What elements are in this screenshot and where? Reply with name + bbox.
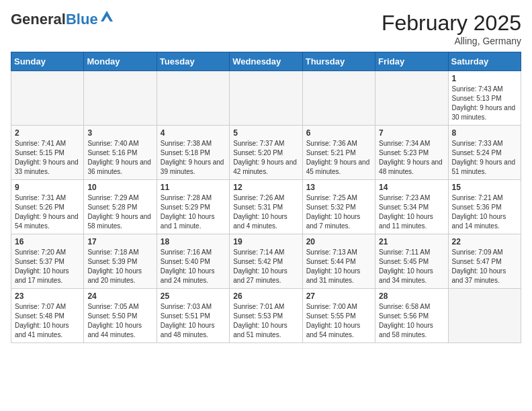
calendar-cell: 14Sunrise: 7:23 AM Sunset: 5:34 PM Dayli…	[375, 180, 448, 234]
day-info: Sunrise: 7:36 AM Sunset: 5:21 PM Dayligh…	[306, 139, 371, 177]
calendar-cell: 22Sunrise: 7:09 AM Sunset: 5:47 PM Dayli…	[448, 234, 521, 289]
day-info: Sunrise: 6:58 AM Sunset: 5:56 PM Dayligh…	[379, 302, 444, 340]
day-number: 13	[306, 183, 371, 192]
col-saturday: Saturday	[448, 52, 521, 71]
calendar-cell: 16Sunrise: 7:20 AM Sunset: 5:37 PM Dayli…	[11, 234, 84, 289]
day-info: Sunrise: 7:05 AM Sunset: 5:50 PM Dayligh…	[87, 302, 152, 340]
calendar-cell	[84, 71, 157, 126]
calendar-cell: 26Sunrise: 7:01 AM Sunset: 5:53 PM Dayli…	[230, 289, 302, 343]
day-info: Sunrise: 7:18 AM Sunset: 5:39 PM Dayligh…	[87, 248, 152, 285]
day-number: 11	[161, 183, 226, 192]
calendar-cell: 25Sunrise: 7:03 AM Sunset: 5:51 PM Dayli…	[157, 289, 229, 343]
title-block: February 2025 Alling, Germany	[382, 11, 521, 46]
calendar-cell: 18Sunrise: 7:16 AM Sunset: 5:40 PM Dayli…	[157, 234, 229, 289]
day-info: Sunrise: 7:34 AM Sunset: 5:23 PM Dayligh…	[379, 139, 444, 177]
col-friday: Friday	[375, 52, 448, 71]
day-number: 1	[452, 74, 517, 83]
day-number: 27	[306, 291, 371, 301]
day-number: 5	[233, 128, 298, 138]
calendar-cell: 5Sunrise: 7:37 AM Sunset: 5:20 PM Daylig…	[230, 126, 302, 180]
day-info: Sunrise: 7:40 AM Sunset: 5:16 PM Dayligh…	[87, 139, 152, 177]
calendar-cell	[11, 71, 84, 126]
day-number: 10	[87, 183, 152, 192]
day-number: 6	[306, 128, 371, 138]
day-number: 18	[161, 237, 226, 246]
calendar-cell: 4Sunrise: 7:38 AM Sunset: 5:18 PM Daylig…	[157, 126, 229, 180]
day-info: Sunrise: 7:29 AM Sunset: 5:28 PM Dayligh…	[87, 193, 152, 231]
day-number: 19	[233, 237, 298, 246]
calendar-cell: 6Sunrise: 7:36 AM Sunset: 5:21 PM Daylig…	[302, 126, 375, 180]
logo: General Blue	[11, 11, 114, 28]
day-info: Sunrise: 7:41 AM Sunset: 5:15 PM Dayligh…	[15, 139, 80, 177]
calendar-cell	[375, 71, 448, 126]
day-info: Sunrise: 7:20 AM Sunset: 5:37 PM Dayligh…	[15, 248, 80, 285]
day-number: 4	[161, 128, 226, 138]
day-number: 26	[233, 291, 298, 301]
day-info: Sunrise: 7:25 AM Sunset: 5:32 PM Dayligh…	[306, 193, 371, 231]
calendar-cell: 13Sunrise: 7:25 AM Sunset: 5:32 PM Dayli…	[302, 180, 375, 234]
day-info: Sunrise: 7:31 AM Sunset: 5:26 PM Dayligh…	[15, 193, 80, 231]
col-sunday: Sunday	[11, 52, 84, 71]
month-title: February 2025	[382, 11, 521, 36]
day-info: Sunrise: 7:11 AM Sunset: 5:45 PM Dayligh…	[379, 248, 444, 285]
day-number: 7	[379, 128, 444, 138]
day-info: Sunrise: 7:03 AM Sunset: 5:51 PM Dayligh…	[161, 302, 226, 340]
calendar-cell: 21Sunrise: 7:11 AM Sunset: 5:45 PM Dayli…	[375, 234, 448, 289]
logo-icon	[99, 9, 114, 27]
week-row-3: 9Sunrise: 7:31 AM Sunset: 5:26 PM Daylig…	[11, 180, 521, 234]
col-tuesday: Tuesday	[157, 52, 229, 71]
calendar-cell: 20Sunrise: 7:13 AM Sunset: 5:44 PM Dayli…	[302, 234, 375, 289]
calendar-cell	[230, 71, 302, 126]
day-number: 9	[15, 183, 80, 192]
day-number: 12	[233, 183, 298, 192]
col-wednesday: Wednesday	[230, 52, 302, 71]
day-number: 3	[87, 128, 152, 138]
day-info: Sunrise: 7:07 AM Sunset: 5:48 PM Dayligh…	[15, 302, 80, 340]
calendar-cell: 3Sunrise: 7:40 AM Sunset: 5:16 PM Daylig…	[84, 126, 157, 180]
week-row-2: 2Sunrise: 7:41 AM Sunset: 5:15 PM Daylig…	[11, 126, 521, 180]
day-info: Sunrise: 7:23 AM Sunset: 5:34 PM Dayligh…	[379, 193, 444, 231]
day-info: Sunrise: 7:33 AM Sunset: 5:24 PM Dayligh…	[452, 139, 517, 177]
calendar-cell: 28Sunrise: 6:58 AM Sunset: 5:56 PM Dayli…	[375, 289, 448, 343]
week-row-5: 23Sunrise: 7:07 AM Sunset: 5:48 PM Dayli…	[11, 289, 521, 343]
week-row-1: 1Sunrise: 7:43 AM Sunset: 5:13 PM Daylig…	[11, 71, 521, 126]
location: Alling, Germany	[382, 36, 521, 46]
calendar-cell	[448, 289, 521, 343]
day-number: 20	[306, 237, 371, 246]
calendar-header-row: Sunday Monday Tuesday Wednesday Thursday…	[11, 52, 521, 71]
calendar-cell: 23Sunrise: 7:07 AM Sunset: 5:48 PM Dayli…	[11, 289, 84, 343]
day-info: Sunrise: 7:00 AM Sunset: 5:55 PM Dayligh…	[306, 302, 371, 340]
day-number: 17	[87, 237, 152, 246]
calendar-cell: 15Sunrise: 7:21 AM Sunset: 5:36 PM Dayli…	[448, 180, 521, 234]
day-info: Sunrise: 7:13 AM Sunset: 5:44 PM Dayligh…	[306, 248, 371, 285]
page-header: General Blue February 2025 Alling, Germa…	[11, 11, 521, 46]
day-info: Sunrise: 7:43 AM Sunset: 5:13 PM Dayligh…	[452, 85, 517, 122]
day-info: Sunrise: 7:14 AM Sunset: 5:42 PM Dayligh…	[233, 248, 298, 285]
calendar-cell: 17Sunrise: 7:18 AM Sunset: 5:39 PM Dayli…	[84, 234, 157, 289]
day-info: Sunrise: 7:09 AM Sunset: 5:47 PM Dayligh…	[452, 248, 517, 285]
calendar-cell: 1Sunrise: 7:43 AM Sunset: 5:13 PM Daylig…	[448, 71, 521, 126]
day-number: 24	[87, 291, 152, 301]
calendar-cell: 7Sunrise: 7:34 AM Sunset: 5:23 PM Daylig…	[375, 126, 448, 180]
day-info: Sunrise: 7:01 AM Sunset: 5:53 PM Dayligh…	[233, 302, 298, 340]
day-number: 21	[379, 237, 444, 246]
col-monday: Monday	[84, 52, 157, 71]
col-thursday: Thursday	[302, 52, 375, 71]
day-number: 2	[15, 128, 80, 138]
day-number: 16	[15, 237, 80, 246]
day-info: Sunrise: 7:16 AM Sunset: 5:40 PM Dayligh…	[161, 248, 226, 285]
calendar-cell: 8Sunrise: 7:33 AM Sunset: 5:24 PM Daylig…	[448, 126, 521, 180]
calendar-cell: 19Sunrise: 7:14 AM Sunset: 5:42 PM Dayli…	[230, 234, 302, 289]
day-info: Sunrise: 7:21 AM Sunset: 5:36 PM Dayligh…	[452, 193, 517, 231]
calendar-cell	[157, 71, 229, 126]
calendar-cell: 11Sunrise: 7:28 AM Sunset: 5:29 PM Dayli…	[157, 180, 229, 234]
day-info: Sunrise: 7:26 AM Sunset: 5:31 PM Dayligh…	[233, 193, 298, 231]
day-number: 14	[379, 183, 444, 192]
calendar-cell: 12Sunrise: 7:26 AM Sunset: 5:31 PM Dayli…	[230, 180, 302, 234]
logo-blue-text: Blue	[66, 11, 98, 28]
week-row-4: 16Sunrise: 7:20 AM Sunset: 5:37 PM Dayli…	[11, 234, 521, 289]
day-number: 25	[161, 291, 226, 301]
day-number: 28	[379, 291, 444, 301]
calendar-cell: 9Sunrise: 7:31 AM Sunset: 5:26 PM Daylig…	[11, 180, 84, 234]
calendar-table: Sunday Monday Tuesday Wednesday Thursday…	[11, 52, 521, 343]
